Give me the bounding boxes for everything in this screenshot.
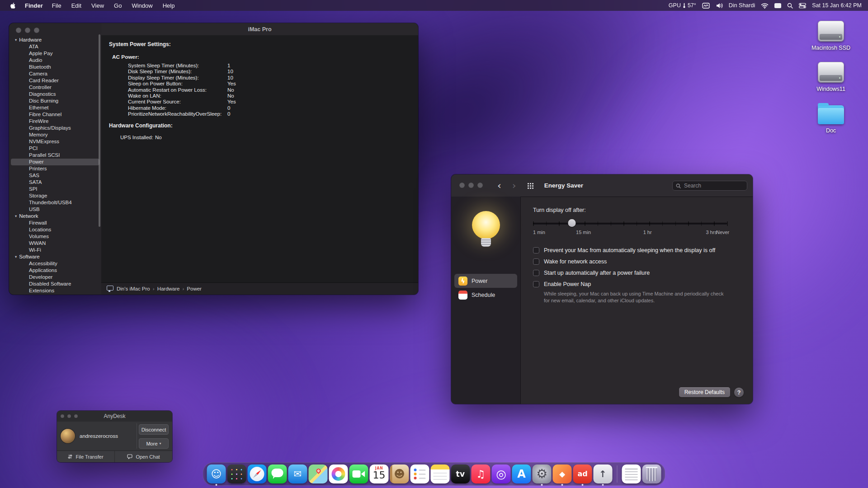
dock-trash[interactable] xyxy=(642,465,661,483)
zoom-button[interactable] xyxy=(34,28,39,33)
control-center-icon[interactable] xyxy=(799,3,806,9)
sidebar-item-audio[interactable]: Audio xyxy=(9,57,101,64)
menu-view[interactable]: View xyxy=(91,2,104,9)
sidebar-item-ethernet[interactable]: Ethernet xyxy=(9,104,101,111)
sidebar-item-controller[interactable]: Controller xyxy=(9,84,101,91)
sidebar-item-firewire[interactable]: FireWire xyxy=(9,118,101,125)
help-button[interactable]: ? xyxy=(734,388,744,397)
dock-anydesk[interactable]: ad xyxy=(573,465,592,483)
dock-safari[interactable] xyxy=(248,465,267,483)
checkbox-enable-power-nap[interactable]: Enable Power Nap xyxy=(533,281,740,287)
sidebar-item-schedule[interactable]: Schedule xyxy=(454,288,517,302)
slider-thumb[interactable] xyxy=(568,219,576,227)
sidebar-item-fibre-channel[interactable]: Fibre Channel xyxy=(9,111,101,118)
sidebar-item-firewall[interactable]: Firewall xyxy=(9,220,101,226)
sidebar-item-disc-burning[interactable]: Disc Burning xyxy=(9,98,101,104)
sidebar-item-accessibility[interactable]: Accessibility xyxy=(9,260,101,267)
breadcrumb-item-power[interactable]: Power xyxy=(187,286,202,291)
desktop-icon-doc[interactable]: Doc xyxy=(818,103,844,134)
sidebar-item-applications[interactable]: Applications xyxy=(9,267,101,274)
sidebar-item-nvmexpress[interactable]: NVMExpress xyxy=(9,138,101,145)
sidebar-item-camera[interactable]: Camera xyxy=(9,70,101,77)
gpu-temperature[interactable]: 57° xyxy=(688,2,696,9)
gpu-label[interactable]: GPU xyxy=(669,2,681,9)
apple-menu-icon[interactable] xyxy=(10,2,16,9)
activity-graph-icon[interactable] xyxy=(702,3,710,9)
wifi-icon[interactable] xyxy=(761,3,769,9)
sidebar-item-pci[interactable]: PCI xyxy=(9,145,101,152)
sidebar-item-printers[interactable]: Printers xyxy=(9,165,101,172)
more-button[interactable]: More ▾ xyxy=(139,438,169,449)
back-chevron-icon[interactable]: ‹ xyxy=(497,181,501,191)
sidebar-item-power[interactable]: ϟPower xyxy=(454,274,517,288)
input-source-icon[interactable] xyxy=(774,3,781,8)
close-button[interactable] xyxy=(459,183,465,188)
sidebar-item-ata[interactable]: ATA xyxy=(9,43,101,50)
sidebar-section-network[interactable]: ▾Network xyxy=(9,213,101,220)
dock-podcasts[interactable]: ◎ xyxy=(492,465,511,483)
sidebar-item-wi-fi[interactable]: Wi-Fi xyxy=(9,247,101,253)
breadcrumb-item-hardware[interactable]: Hardware xyxy=(157,286,180,291)
dock-contacts[interactable]: ☻ xyxy=(390,465,409,483)
open-chat-button[interactable]: Open Chat xyxy=(114,451,172,462)
sidebar-item-storage[interactable]: Storage xyxy=(9,192,101,199)
dock-notes[interactable] xyxy=(431,465,450,483)
sidebar-item-apple-pay[interactable]: Apple Pay xyxy=(9,50,101,57)
checkbox-box[interactable] xyxy=(533,258,539,265)
user-name[interactable]: Din Shardi xyxy=(729,2,755,9)
checkbox-box[interactable] xyxy=(533,270,539,276)
zoom-button[interactable] xyxy=(74,414,78,418)
checkbox-start-up-automatically-after-a-power-fai[interactable]: Start up automatically after a power fai… xyxy=(533,270,740,276)
dock-sysprefs[interactable]: ⚙ xyxy=(533,465,552,483)
search-input[interactable] xyxy=(683,182,744,189)
dock-calendar[interactable]: JAN15 xyxy=(370,465,389,483)
sidebar-item-diagnostics[interactable]: Diagnostics xyxy=(9,91,101,98)
checkbox-box[interactable] xyxy=(533,247,539,253)
dock-maps[interactable] xyxy=(309,465,328,483)
sidebar-section-hardware[interactable]: ▾Hardware xyxy=(9,37,101,43)
forward-chevron-icon[interactable]: › xyxy=(512,181,516,191)
sidebar-item-disabled-software[interactable]: Disabled Software xyxy=(9,281,101,287)
close-button[interactable] xyxy=(61,414,64,418)
volume-icon[interactable] xyxy=(716,3,723,9)
sidebar-item-locations[interactable]: Locations xyxy=(9,226,101,233)
grid-icon[interactable] xyxy=(527,183,533,189)
minimize-button[interactable] xyxy=(468,183,474,188)
sidebar-item-developer[interactable]: Developer xyxy=(9,274,101,281)
sidebar-item-spi[interactable]: SPI xyxy=(9,186,101,192)
sidebar-section-software[interactable]: ▾Software xyxy=(9,253,101,260)
sidebar-item-thunderbolt-usb4[interactable]: Thunderbolt/USB4 xyxy=(9,199,101,206)
display-off-slider[interactable]: 1 min15 min1 hr3 hrsNever xyxy=(533,217,727,236)
search-field[interactable] xyxy=(672,181,747,191)
restore-defaults-button[interactable]: Restore Defaults xyxy=(679,387,730,397)
desktop-icon-windows11[interactable]: Windows11 xyxy=(816,62,845,92)
dock-tv[interactable]: tv xyxy=(451,465,470,483)
menu-edit[interactable]: Edit xyxy=(71,2,81,9)
menu-go[interactable]: Go xyxy=(114,2,122,9)
checkbox-wake-for-network-access[interactable]: Wake for network access xyxy=(533,258,740,265)
dock-facetime[interactable] xyxy=(349,465,368,483)
sidebar-item-usb[interactable]: USB xyxy=(9,206,101,213)
menu-window[interactable]: Window xyxy=(132,2,152,9)
dock-finder[interactable]: ☺ xyxy=(207,465,226,483)
close-button[interactable] xyxy=(16,28,21,33)
zoom-button[interactable] xyxy=(477,183,483,188)
dock-music[interactable]: ♫ xyxy=(472,465,491,483)
menu-help[interactable]: Help xyxy=(163,2,175,9)
sidebar-item-bluetooth[interactable]: Bluetooth xyxy=(9,64,101,70)
sidebar-item-sata[interactable]: SATA xyxy=(9,179,101,186)
checkbox-box[interactable] xyxy=(533,281,539,287)
sidebar-item-sas[interactable]: SAS xyxy=(9,172,101,179)
minimize-button[interactable] xyxy=(67,414,71,418)
dock-appgray[interactable]: ↑ xyxy=(594,465,613,483)
sidebar-item-memory[interactable]: Memory xyxy=(9,131,101,138)
dock-reminders[interactable] xyxy=(410,465,429,483)
breadcrumb-item-din-s-imac-pro[interactable]: Din's iMac Pro xyxy=(117,286,150,291)
menu-file[interactable]: File xyxy=(52,2,61,9)
sidebar-item-power[interactable]: Power xyxy=(11,159,99,165)
active-app-name[interactable]: Finder xyxy=(25,2,43,9)
sidebar-item-extensions[interactable]: Extensions xyxy=(9,287,101,294)
sidebar-scrollbar[interactable] xyxy=(99,34,100,227)
file-transfer-button[interactable]: File Transfer xyxy=(57,451,114,462)
dock-photos[interactable] xyxy=(329,465,348,483)
